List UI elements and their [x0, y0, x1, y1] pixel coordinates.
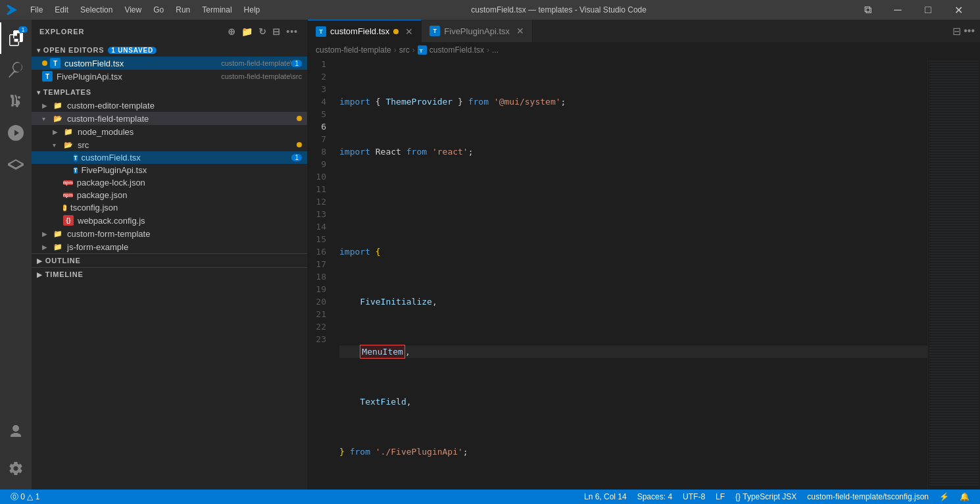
open-editor-badge-1: 1 — [291, 60, 302, 67]
menu-help[interactable]: Help — [239, 4, 266, 16]
code-editor[interactable]: 12345 6 7891011 1213141516 1718192021 22… — [308, 58, 927, 490]
timeline-header[interactable]: ▶ TIMELINE — [32, 268, 307, 281]
js-icon-webpack: {} — [63, 215, 74, 226]
open-editor-fivePluginApi[interactable]: T FivePluginApi.tsx custom-field-templat… — [32, 70, 307, 83]
status-eol[interactable]: LF — [710, 490, 730, 504]
close-button[interactable]: ✕ — [943, 0, 973, 20]
tab-customField[interactable]: T customField.tsx ✕ — [308, 20, 422, 42]
breadcrumb: custom-field-template › src › T customFi… — [308, 43, 980, 58]
npm-icon-pkg: npm — [63, 193, 73, 197]
maximize-button[interactable]: □ — [913, 0, 943, 20]
more-icon[interactable]: ••• — [964, 25, 975, 37]
line-numbers: 12345 6 7891011 1213141516 1718192021 22… — [308, 58, 334, 490]
status-bell[interactable]: 🔔 — [954, 490, 975, 504]
titlebar-menu[interactable]: File Edit Selection View Go Run Terminal… — [25, 4, 265, 16]
minimap — [927, 58, 980, 490]
open-editor-customField[interactable]: T customField.tsx custom-field-template\… — [32, 57, 307, 70]
timeline-label: TIMELINE — [45, 270, 84, 278]
tab-close-2[interactable]: ✕ — [516, 26, 524, 36]
unsaved-dot — [42, 61, 47, 66]
menu-terminal[interactable]: Terminal — [197, 4, 237, 16]
code-content[interactable]: import { ThemeProvider } from '@mui/syst… — [334, 58, 927, 490]
sidebar-title: EXPLORER — [39, 28, 85, 36]
tree-package-json[interactable]: npm package.json — [32, 189, 307, 201]
status-position[interactable]: Ln 6, Col 14 — [579, 490, 632, 504]
tree-custom-editor-template[interactable]: ▶ 📁 custom-editor-template — [32, 99, 307, 112]
split-editor-icon[interactable]: ⊟ — [952, 25, 961, 38]
menu-view[interactable]: View — [119, 4, 147, 16]
tree-FivePluginApi-label: FivePluginApi.tsx — [82, 165, 147, 175]
outline-header[interactable]: ▶ OUTLINE — [32, 254, 307, 267]
code-line-5: FiveInitialize, — [339, 295, 927, 308]
tree-item-nm: node_modules — [78, 127, 134, 137]
breadcrumb-sep-3: › — [487, 45, 489, 55]
customField-badge: 1 — [291, 154, 302, 161]
tree-custom-field-template[interactable]: ▾ 📂 custom-field-template — [32, 112, 307, 125]
code-line-2: import React from 'react'; — [339, 145, 927, 158]
folder-nm-icon: 📁 — [63, 126, 74, 137]
open-editors-header[interactable]: ▾ OPEN EDITORS 1 unsaved — [32, 43, 307, 57]
tree-node-modules[interactable]: ▶ 📁 node_modules — [32, 125, 307, 138]
remote-icon: ⚡ — [939, 492, 949, 501]
tree-webpack[interactable]: {} webpack.config.js — [32, 214, 307, 227]
menu-selection[interactable]: Selection — [75, 4, 118, 16]
tree-FivePluginApi-tsx[interactable]: T FivePluginApi.tsx — [32, 164, 307, 176]
breadcrumb-part-2[interactable]: src — [399, 45, 410, 55]
more-actions-icon[interactable]: ••• — [285, 25, 299, 38]
tree-customField-tsx[interactable]: T customField.tsx 1 — [32, 151, 307, 164]
status-tsconfig[interactable]: custom-field-template/tsconfig.json — [802, 490, 934, 504]
minimize-button[interactable]: ─ — [883, 0, 913, 20]
collapse-icon[interactable]: ⊟ — [271, 25, 282, 38]
outline-label: OUTLINE — [45, 257, 81, 265]
tree-src[interactable]: ▾ 📂 src — [32, 138, 307, 151]
code-area: 12345 6 7891011 1213141516 1718192021 22… — [308, 58, 980, 490]
activity-settings[interactable] — [0, 453, 32, 484]
activity-run-debug[interactable] — [0, 117, 32, 149]
minimap-visual — [928, 58, 980, 490]
breadcrumb-part-4[interactable]: ... — [492, 45, 499, 55]
breadcrumb-part-1[interactable]: custom-field-template — [316, 45, 391, 55]
tree-package-lock[interactable]: npm package-lock.json — [32, 176, 307, 189]
sidebar-tree: ▾ OPEN EDITORS 1 unsaved T customField.t… — [32, 43, 307, 490]
activity-search[interactable] — [0, 54, 32, 86]
open-editors-label: OPEN EDITORS — [43, 46, 105, 54]
tab-close-1[interactable]: ✕ — [405, 26, 413, 37]
menu-file[interactable]: File — [25, 4, 48, 16]
sidebar-header-actions[interactable]: ⊕ 📁 ↻ ⊟ ••• — [226, 25, 299, 38]
open-editor-path-2: custom-field-template\src — [221, 72, 302, 80]
tab-actions[interactable]: ⊟ ••• — [947, 20, 980, 42]
status-errors[interactable]: ⓪ 0 △ 1 — [5, 490, 45, 504]
new-folder-icon[interactable]: 📁 — [240, 25, 255, 38]
error-icon: ⓪ — [11, 491, 18, 503]
templates-header[interactable]: ▾ TEMPLATES — [32, 86, 307, 99]
refresh-icon[interactable]: ↻ — [257, 25, 268, 38]
activity-account[interactable] — [0, 416, 32, 447]
breadcrumb-sep-1: › — [394, 45, 397, 55]
tree-js-form-example[interactable]: ▶ 📁 js-form-example — [32, 240, 307, 253]
status-encoding[interactable]: UTF-8 — [677, 490, 710, 504]
status-spaces[interactable]: Spaces: 4 — [632, 490, 677, 504]
menu-edit[interactable]: Edit — [49, 4, 74, 16]
menu-run[interactable]: Run — [170, 4, 195, 16]
tree-tsconfig[interactable]: J tsconfig.json — [32, 201, 307, 214]
tsx-icon-2: T — [42, 71, 53, 82]
tree-custom-form-template[interactable]: ▶ 📁 custom-form-template — [32, 227, 307, 240]
src-modified-dot — [297, 142, 302, 147]
breadcrumb-sep-2: › — [412, 45, 415, 55]
layout-icon[interactable]: ⧉ — [852, 0, 883, 20]
timeline-chevron: ▶ — [37, 271, 43, 278]
templates-label: TEMPLATES — [43, 88, 91, 96]
folder-open-chevron-src: ▾ — [53, 141, 61, 149]
tab-fivePluginApi[interactable]: T FivePluginApi.tsx ✕ — [422, 20, 533, 42]
status-language[interactable]: {} TypeScript JSX — [730, 490, 802, 504]
tab-name-1: customField.tsx — [330, 26, 389, 36]
folder-cft2-icon: 📁 — [53, 228, 63, 239]
status-remote-icon[interactable]: ⚡ — [934, 490, 954, 504]
activity-source-control[interactable] — [0, 86, 32, 117]
npm-icon-pkglock: npm — [63, 180, 73, 185]
breadcrumb-part-3[interactable]: customField.tsx — [429, 45, 484, 55]
new-file-icon[interactable]: ⊕ — [226, 25, 237, 38]
activity-extensions[interactable] — [0, 149, 32, 180]
activity-explorer[interactable]: 1 — [0, 22, 32, 54]
menu-go[interactable]: Go — [148, 4, 169, 16]
